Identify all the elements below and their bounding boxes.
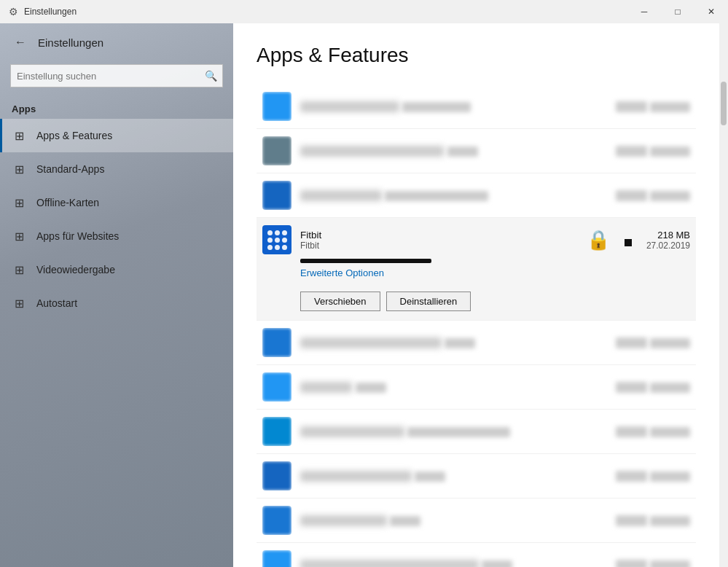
app-info: xxxxxxx xxx xxxxxxx [300, 380, 616, 394]
app-publisher: xxxxxxx xxxxxxxx [402, 102, 470, 112]
sidebar-item-standard-apps[interactable]: ⊞ Standard-Apps [0, 152, 233, 186]
app-date: xx.xx.xxxx [650, 338, 690, 348]
settings-icon: ⚙ [9, 6, 18, 17]
app-name: xxxxxxx xxx [300, 382, 352, 393]
app-icon [262, 506, 291, 535]
fitbit-size: 218 MB [632, 230, 690, 241]
app-row-main: xxx xxxxxxxxxxxxxx xxxxxxx xxx MB xx.xx.… [262, 506, 690, 535]
fitbit-info: Fitbit Fitbit [300, 230, 587, 251]
app-date: xx.xx.xxxx [650, 516, 690, 526]
app-date: xx.xx.xxxx [650, 472, 690, 482]
close-button[interactable]: ✕ [694, 0, 728, 23]
app-info: xxx xxxxxxxxxxxxxx xxxxxxx [300, 514, 616, 527]
app-name: xxx xxxxxxxxxxxxxxxx xxx xxxxxxxx xxxx [300, 560, 479, 567]
app-row-main: xxxxxxxxxx xxx xxxxxxxx xxxxxx xxxxxxx x… [262, 328, 690, 357]
app-row-main: xxxxxx xxxxxxxxxx xxxxxxx xxxxxxxxxxxxxx… [262, 181, 690, 210]
fitbit-icon [262, 225, 291, 254]
app-name: xxx xxxxx xxxxxxx xxx xxxxxxxxx [300, 146, 444, 157]
sidebar-item-label-offline-karten: Offline-Karten [36, 197, 99, 208]
app-name: xxxxxx xxxxxxxxxx [300, 190, 382, 201]
sidebar-item-offline-karten[interactable]: ⊞ Offline-Karten [0, 186, 233, 219]
app-size-info: xxx MB xx.xx.xxxx [616, 100, 690, 113]
app-publisher: xxxxxxx [390, 516, 420, 526]
app-size: xxx MB [616, 190, 647, 201]
redaction-bar [300, 259, 431, 263]
app-info: xxxxxx xxxxxxxxxx xxxxxxx xxxxxxxxxxxxxx… [300, 189, 616, 202]
app-row-main: xxxxxxxx xxx xxxxxxxx xxxxxxx xxxxxxxx x… [262, 92, 690, 121]
content: Apps & Features xxxxxxxx xxx xxxxxxxx xx… [233, 23, 719, 567]
app-icon [262, 417, 291, 446]
app-row-main: xxxxxxx xxx xxxxxxx xxx MB xx.xx.xxxx [262, 372, 690, 402]
app-size: xxx MB [616, 426, 647, 437]
apps-websites-icon: ⊞ [12, 230, 26, 243]
app-date: xx.xx.xxxx [650, 560, 690, 567]
table-row[interactable]: xxxx xxxx xxxxxx xxxxxxx xxxxxxx xxx MB … [257, 454, 696, 498]
uninstall-button[interactable]: Deinstallieren [386, 292, 471, 311]
back-icon: ← [15, 36, 26, 49]
table-row[interactable]: xxxxxxxxxx xxx xxxxxxxx xxxxxx xxxxxxx x… [257, 321, 696, 365]
sidebar-item-label-autostart: Autostart [36, 297, 77, 309]
fitbit-size-info: 218 MB 27.02.2019 [632, 230, 690, 251]
app-icon [262, 92, 291, 121]
app-icon [262, 550, 291, 567]
sidebar-item-autostart[interactable]: ⊞ Autostart [0, 286, 233, 320]
table-row[interactable]: xxxxxx xxxxxxxxxx xxxxxxx xxxxxxxxxxxxxx… [257, 173, 696, 218]
app-info: xxx xxxxxxxxxxxxxxxx xxx xxxxxxxx xxxx x… [300, 558, 616, 567]
app-size-info: xxx MB xx.xx.xxxx [616, 425, 690, 438]
fitbit-publisher: Fitbit [300, 241, 587, 251]
privacy-dot [625, 239, 632, 246]
move-button[interactable]: Verschieben [300, 292, 380, 311]
sidebar-item-label-videowiedergabe: Videowiedergabe [36, 264, 115, 275]
app-size-info: xxx MB xx.xx.xxxx [616, 469, 690, 482]
fitbit-name: Fitbit [300, 230, 587, 241]
autostart-icon: ⊞ [12, 297, 26, 310]
table-row[interactable]: xxxxxx xxxxx xxxxxxxxx xxxxxxx xxxxxxxxx… [257, 410, 696, 454]
app-size-info: xxx MB xx.xx.xxxx [616, 189, 690, 202]
table-row[interactable]: xxx xxxxx xxxxxxx xxx xxxxxxxxx xxxxxxx … [257, 129, 696, 173]
app-publisher: xxxxxxx xxxxxxxxxxxxxxxx [385, 191, 488, 201]
sidebar: ← Einstellungen 🔍 Apps ⊞ Apps & Features… [0, 23, 233, 567]
sidebar-item-apps-features[interactable]: ⊞ Apps & Features [0, 119, 233, 152]
fitbit-row[interactable]: Fitbit Fitbit 🔒 218 MB 27.02.2019 [257, 218, 696, 321]
title-bar: ⚙ Einstellungen ─ □ ✕ [0, 0, 728, 23]
sidebar-item-label-apps-features: Apps & Features [36, 130, 112, 141]
app-size: xxx MB [616, 515, 647, 526]
app-row-main: xxxxxx xxxxx xxxxxxxxx xxxxxxx xxxxxxxxx… [262, 417, 690, 446]
app-row-main: xxxx xxxx xxxxxx xxxxxxx xxxxxxx xxx MB … [262, 461, 690, 490]
maximize-button[interactable]: □ [661, 0, 694, 23]
title-bar-title: Einstellungen [24, 7, 77, 17]
content-inner: Apps & Features xxxxxxxx xxx xxxxxxxx xx… [233, 23, 719, 567]
app-size: xxx MB [616, 560, 647, 567]
sidebar-item-apps-websites[interactable]: ⊞ Apps für Websites [0, 219, 233, 253]
app-icon [262, 372, 291, 402]
app-info: xxxxxxxxxx xxx xxxxxxxx xxxxxx xxxxxxx [300, 336, 616, 349]
scrollbar-thumb[interactable] [721, 82, 727, 125]
table-row[interactable]: xxx xxxxxxxxxxxxxx xxxxxxx xxx MB xx.xx.… [257, 498, 696, 543]
advanced-options-link[interactable]: Erweiterte Optionen [300, 267, 690, 278]
app-publisher: xxxxxxx [482, 560, 512, 567]
scrollbar-track[interactable] [719, 23, 728, 567]
fitbit-dots [264, 227, 291, 254]
back-button[interactable]: ← [12, 33, 29, 52]
expanded-extra: Erweiterte Optionen Verschieben Deinstal… [262, 254, 690, 320]
app-date: xx.xx.xxxx [650, 146, 690, 157]
sidebar-app-title: Einstellungen [38, 36, 103, 49]
app-row-main: xxx xxxxxxxxxxxxxxxx xxx xxxxxxxx xxxx x… [262, 550, 690, 567]
sidebar-item-videowiedergabe[interactable]: ⊞ Videowiedergabe [0, 253, 233, 286]
table-row[interactable]: xxxxxxx xxx xxxxxxx xxx MB xx.xx.xxxx [257, 365, 696, 410]
search-input[interactable] [10, 64, 223, 87]
app-size-info: xxx MB xx.xx.xxxx [616, 144, 690, 157]
minimize-button[interactable]: ─ [627, 0, 661, 23]
app-size-info: xxx MB xx.xx.xxxx [616, 514, 690, 527]
app-publisher: xxxxxxx [356, 383, 386, 393]
app-icon [262, 181, 291, 210]
expanded-buttons: Verschieben Deinstallieren [300, 286, 690, 320]
app-date: xx.xx.xxxx [650, 102, 690, 112]
sidebar-item-label-standard-apps: Standard-Apps [36, 163, 104, 175]
table-row[interactable]: xxx xxxxxxxxxxxxxxxx xxx xxxxxxxx xxxx x… [257, 543, 696, 567]
apps-features-icon: ⊞ [12, 129, 26, 143]
table-row[interactable]: xxxxxxxx xxx xxxxxxxx xxxxxxx xxxxxxxx x… [257, 85, 696, 129]
page-title: Apps & Features [257, 44, 696, 67]
app-size: xxx MB [616, 382, 647, 393]
sidebar-header: ← Einstellungen [0, 23, 233, 61]
